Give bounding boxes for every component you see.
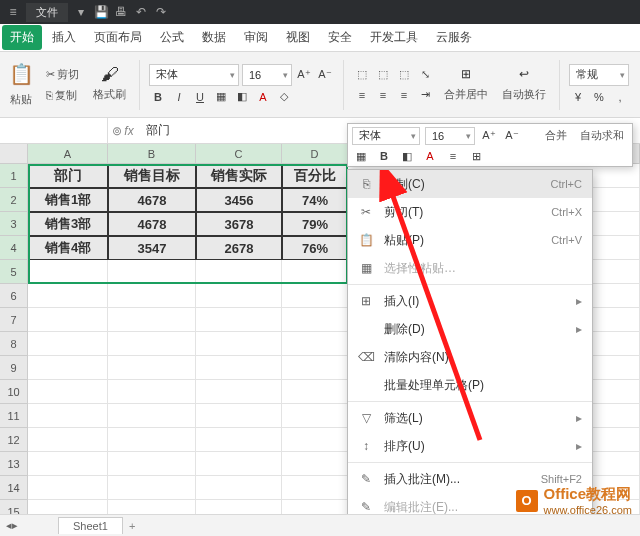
font-family-select[interactable]: 宋体 [149, 64, 239, 86]
cell[interactable]: 76% [282, 236, 348, 260]
cut-button[interactable]: ✂剪切 [42, 65, 83, 84]
cell[interactable]: 销售3部 [28, 212, 108, 236]
row-header[interactable]: 12 [0, 428, 28, 452]
cell[interactable] [28, 404, 108, 428]
context-menu-item[interactable]: ⊞插入(I)▸ [348, 287, 592, 315]
cell[interactable] [196, 260, 282, 284]
col-header[interactable]: D [282, 144, 348, 164]
tab-devtools[interactable]: 开发工具 [362, 25, 426, 50]
tab-insert[interactable]: 插入 [44, 25, 84, 50]
mini-size-select[interactable]: 16 [425, 127, 475, 145]
cell[interactable] [282, 452, 348, 476]
cell[interactable] [28, 332, 108, 356]
currency-icon[interactable]: ¥ [569, 88, 587, 106]
mini-merge-button[interactable]: 合并 [541, 126, 571, 145]
paste-button[interactable]: 粘贴 [6, 90, 36, 109]
tab-pagelayout[interactable]: 页面布局 [86, 25, 150, 50]
context-menu-item[interactable]: ⌫清除内容(N) [348, 343, 592, 371]
cell[interactable]: 79% [282, 212, 348, 236]
mini-align-icon[interactable]: ≡ [444, 147, 462, 165]
merge-icon[interactable]: ⊞ [457, 65, 475, 83]
cell[interactable] [196, 356, 282, 380]
tab-view[interactable]: 视图 [278, 25, 318, 50]
tab-data[interactable]: 数据 [194, 25, 234, 50]
align-middle-icon[interactable]: ⬚ [374, 66, 392, 84]
cell[interactable]: 销售4部 [28, 236, 108, 260]
app-menu-icon[interactable]: ≡ [6, 5, 20, 19]
font-size-select[interactable]: 16 [242, 64, 292, 86]
cell[interactable] [28, 260, 108, 284]
row-header[interactable]: 2 [0, 188, 28, 212]
cell[interactable]: 销售目标 [108, 164, 196, 188]
cell[interactable] [28, 476, 108, 500]
more-font-icon[interactable]: ◇ [275, 88, 293, 106]
cell[interactable]: 部门 [28, 164, 108, 188]
cell[interactable]: 3678 [196, 212, 282, 236]
cell[interactable] [282, 428, 348, 452]
underline-button[interactable]: U [191, 88, 209, 106]
print-icon[interactable]: 🖶 [114, 5, 128, 19]
file-tab[interactable]: 文件 [26, 3, 68, 22]
tab-home[interactable]: 开始 [2, 25, 42, 50]
cell[interactable] [282, 476, 348, 500]
number-format-select[interactable]: 常规 [569, 64, 629, 86]
align-bottom-icon[interactable]: ⬚ [395, 66, 413, 84]
wrap-button[interactable]: 自动换行 [498, 85, 550, 104]
cell[interactable] [108, 452, 196, 476]
decrease-font-icon[interactable]: A⁻ [316, 66, 334, 84]
cell[interactable]: 4678 [108, 188, 196, 212]
comma-icon[interactable]: , [611, 88, 629, 106]
indent-icon[interactable]: ⇥ [416, 86, 434, 104]
mini-bold-icon[interactable]: B [375, 147, 393, 165]
sheet-tab[interactable]: Sheet1 [58, 517, 123, 534]
cell[interactable] [196, 332, 282, 356]
name-box[interactable] [0, 118, 108, 143]
cell[interactable] [28, 308, 108, 332]
cell[interactable] [196, 452, 282, 476]
merge-button[interactable]: 合并居中 [440, 85, 492, 104]
cell[interactable] [108, 332, 196, 356]
save-icon[interactable]: 💾 [94, 5, 108, 19]
italic-button[interactable]: I [170, 88, 188, 106]
tab-cloud[interactable]: 云服务 [428, 25, 480, 50]
cell[interactable]: 4678 [108, 212, 196, 236]
tab-review[interactable]: 审阅 [236, 25, 276, 50]
cell[interactable] [28, 452, 108, 476]
cell[interactable]: 2678 [196, 236, 282, 260]
align-center-icon[interactable]: ≡ [374, 86, 392, 104]
context-menu-item[interactable]: ↕排序(U)▸ [348, 432, 592, 460]
context-menu-item[interactable]: 批量处理单元格(P) [348, 371, 592, 399]
cell[interactable]: 销售1部 [28, 188, 108, 212]
tab-formulas[interactable]: 公式 [152, 25, 192, 50]
paste-icon[interactable]: 📋 [7, 60, 35, 88]
align-left-icon[interactable]: ≡ [353, 86, 371, 104]
format-painter-icon[interactable]: 🖌 [101, 65, 119, 83]
row-header[interactable]: 7 [0, 308, 28, 332]
percent-icon[interactable]: % [590, 88, 608, 106]
format-painter-button[interactable]: 格式刷 [89, 85, 130, 104]
undo-icon[interactable]: ↶ [134, 5, 148, 19]
cell[interactable]: 3547 [108, 236, 196, 260]
align-right-icon[interactable]: ≡ [395, 86, 413, 104]
row-header[interactable]: 14 [0, 476, 28, 500]
mini-decrease-font-icon[interactable]: A⁻ [503, 127, 521, 145]
copy-button[interactable]: ⎘复制 [42, 86, 83, 105]
mini-increase-font-icon[interactable]: A⁺ [480, 127, 498, 145]
cell[interactable] [28, 356, 108, 380]
cell[interactable] [196, 308, 282, 332]
cell[interactable] [108, 308, 196, 332]
row-header[interactable]: 9 [0, 356, 28, 380]
cell[interactable] [282, 284, 348, 308]
cell[interactable] [28, 284, 108, 308]
cell[interactable] [282, 332, 348, 356]
mini-border-icon[interactable]: ▦ [352, 147, 370, 165]
row-header[interactable]: 5 [0, 260, 28, 284]
cell[interactable] [282, 356, 348, 380]
cell[interactable] [108, 284, 196, 308]
row-header[interactable]: 1 [0, 164, 28, 188]
row-header[interactable]: 8 [0, 332, 28, 356]
cell[interactable] [108, 404, 196, 428]
cell[interactable]: 销售实际 [196, 164, 282, 188]
cell[interactable] [108, 428, 196, 452]
cell[interactable]: 3456 [196, 188, 282, 212]
